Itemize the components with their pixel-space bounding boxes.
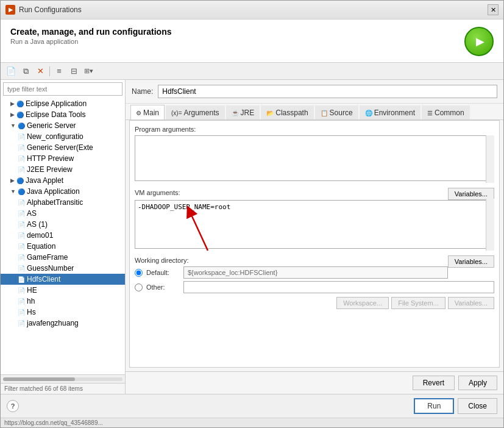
sidebar-item-generic-ext[interactable]: 📄 Generic Server(Exte xyxy=(1,142,125,153)
vm-args-input[interactable] xyxy=(135,200,494,249)
other-radio-label: Other: xyxy=(146,284,180,291)
sidebar-item-generic-server[interactable]: ▼ 🔵 Generic Server xyxy=(1,120,125,131)
title-bar: ▶ Run Configurations ✕ xyxy=(1,1,503,20)
close-button[interactable]: ✕ xyxy=(488,4,499,15)
collapse-button[interactable]: ⊟ xyxy=(67,65,80,78)
program-args-input[interactable] xyxy=(135,135,494,181)
toolbar-separator xyxy=(49,66,50,76)
name-label: Name: xyxy=(132,87,153,96)
sidebar-item-java-application[interactable]: ▼ 🔵 Java Application xyxy=(1,186,125,197)
default-radio[interactable] xyxy=(135,269,143,277)
sidebar-item-eclipse-data[interactable]: ▶ 🔵 Eclipse Data Tools xyxy=(1,109,125,120)
sidebar-item-hdfsclient[interactable]: 📄 HdfsClient xyxy=(1,274,125,285)
new-config-button[interactable]: 📄 xyxy=(4,65,18,78)
sidebar-item-he[interactable]: 📄 HE xyxy=(1,285,125,296)
filter-button[interactable]: ≡ xyxy=(52,65,66,78)
main-tab-icon: ⚙ xyxy=(136,110,141,116)
sidebar-item-http-preview[interactable]: 📄 HTTP Preview xyxy=(1,153,125,164)
tab-main[interactable]: ⚙ Main xyxy=(130,105,165,119)
filesystem-button: File System... xyxy=(391,297,445,309)
vm-args-section: VM arguments: xyxy=(135,189,494,251)
other-radio[interactable] xyxy=(135,284,143,291)
apply-button[interactable]: Apply xyxy=(458,376,497,390)
expand-button[interactable]: ⊞▾ xyxy=(82,65,95,78)
eclipse-app-label: Eclipse Application xyxy=(26,99,87,108)
demo01-icon: 📄 xyxy=(18,232,25,239)
java-app-label: Java Application xyxy=(27,187,80,196)
http-preview-label: HTTP Preview xyxy=(27,154,74,163)
sidebar-item-hh[interactable]: 📄 hh xyxy=(1,296,125,307)
sidebar-item-guessnumber[interactable]: 📄 GuessNumber xyxy=(1,263,125,274)
window-icon: ▶ xyxy=(5,5,15,15)
sidebar-item-java-applet[interactable]: ▶ 🔵 Java Applet xyxy=(1,175,125,186)
javafengzhuang-icon: 📄 xyxy=(18,320,25,327)
working-dir-section: Working directory: Default: Other: Works… xyxy=(135,257,494,309)
sidebar-footer: Filter matched 66 of 68 items xyxy=(1,383,125,394)
sidebar-item-as[interactable]: 📄 AS xyxy=(1,208,125,219)
generic-server-icon: 🔵 xyxy=(18,123,25,129)
other-radio-row: Other: xyxy=(135,281,494,293)
sidebar-item-j2ee[interactable]: 📄 J2EE Preview xyxy=(1,164,125,175)
j2ee-icon: 📄 xyxy=(18,166,25,173)
expand-arrow: ▶ xyxy=(10,112,15,118)
new-config-label: New_configuratio xyxy=(27,132,83,141)
expand-arrow: ▶ xyxy=(10,101,15,107)
source-tab-label: Source xyxy=(330,109,353,117)
vm-args-scrollbar xyxy=(486,199,494,251)
alphabet-label: AlphabetTransitic xyxy=(27,198,83,207)
tab-source[interactable]: 📋 Source xyxy=(315,105,358,119)
tab-environment[interactable]: 🌐 Environment xyxy=(360,105,421,119)
sidebar-item-gameframe[interactable]: 📄 GameFrame xyxy=(1,252,125,263)
he-label: HE xyxy=(27,286,37,294)
filter-input[interactable] xyxy=(3,82,122,96)
main-area: ▶ 🔵 Eclipse Application ▶ 🔵 Eclipse Data… xyxy=(1,80,503,394)
vm-args-label: VM arguments: xyxy=(135,189,494,196)
guessnumber-label: GuessNumber xyxy=(27,264,74,273)
tab-common[interactable]: ☰ Common xyxy=(422,105,470,119)
copy-config-button[interactable]: ⧉ xyxy=(19,65,32,78)
env-tab-label: Environment xyxy=(374,109,415,117)
hs-icon: 📄 xyxy=(18,309,25,316)
help-button[interactable]: ? xyxy=(7,400,19,412)
program-args-wrapper xyxy=(135,135,494,183)
sidebar-item-as1[interactable]: 📄 AS (1) xyxy=(1,219,125,230)
header-area: Create, manage, and run configurations R… xyxy=(1,20,503,63)
vm-vars-button[interactable]: Variables... xyxy=(448,255,494,268)
generic-ext-icon: 📄 xyxy=(18,144,25,151)
hdfsclient-label: HdfsClient xyxy=(27,275,60,284)
name-input[interactable] xyxy=(158,85,497,98)
dialog-footer: ? Run Close xyxy=(1,394,503,418)
tab-jre[interactable]: ☕ JRE xyxy=(226,105,260,119)
he-icon: 📄 xyxy=(18,287,25,294)
as1-label: AS (1) xyxy=(27,220,48,229)
sidebar-scrollbar[interactable] xyxy=(1,374,125,383)
source-tab-icon: 📋 xyxy=(321,110,328,116)
run-dialog-button[interactable]: Run xyxy=(414,398,454,414)
common-tab-icon: ☰ xyxy=(427,110,433,116)
sidebar-item-demo01[interactable]: 📄 demo01 xyxy=(1,230,125,241)
toolbar: 📄 ⧉ ✕ ≡ ⊟ ⊞▾ xyxy=(1,63,503,80)
delete-config-button[interactable]: ✕ xyxy=(34,65,47,78)
tab-arguments[interactable]: (x)= Arguments xyxy=(166,105,225,119)
default-dir-input xyxy=(183,266,448,279)
tab-content-main: Program arguments: Variables... VM argum… xyxy=(129,120,500,368)
tab-classpath[interactable]: 📂 Classpath xyxy=(261,105,313,119)
hs-label: Hs xyxy=(27,308,36,316)
revert-button[interactable]: Revert xyxy=(413,376,455,390)
sidebar-item-javafengzhuang[interactable]: 📄 javafengzhuang xyxy=(1,318,125,329)
expand-arrow: ▶ xyxy=(10,177,15,184)
jre-tab-label: JRE xyxy=(241,109,255,117)
jre-tab-icon: ☕ xyxy=(232,110,239,116)
equation-icon: 📄 xyxy=(18,243,25,250)
sidebar-item-equation[interactable]: 📄 Equation xyxy=(1,241,125,252)
javafengzhuang-label: javafengzhuang xyxy=(27,319,79,327)
other-dir-input[interactable] xyxy=(183,281,494,293)
close-dialog-button[interactable]: Close xyxy=(458,398,497,414)
sidebar-item-new-config[interactable]: 📄 New_configuratio xyxy=(1,131,125,142)
run-button[interactable] xyxy=(464,27,494,56)
env-tab-icon: 🌐 xyxy=(365,110,372,116)
sidebar-item-hs[interactable]: 📄 Hs xyxy=(1,307,125,318)
sidebar-item-alphabet[interactable]: 📄 AlphabetTransitic xyxy=(1,197,125,208)
dir-buttons: Workspace... File System... Variables... xyxy=(135,297,494,309)
sidebar-item-eclipse-app[interactable]: ▶ 🔵 Eclipse Application xyxy=(1,98,125,109)
